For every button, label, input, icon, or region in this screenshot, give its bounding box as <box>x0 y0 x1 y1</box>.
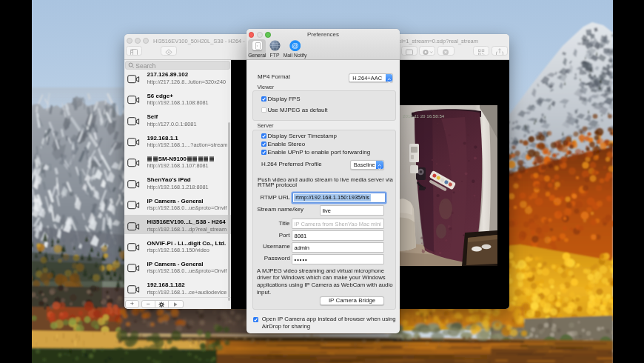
svg-text:2016 11 20 16:58:54: 2016 11 20 16:58:54 <box>403 113 445 119</box>
svg-text:@: @ <box>292 41 298 49</box>
